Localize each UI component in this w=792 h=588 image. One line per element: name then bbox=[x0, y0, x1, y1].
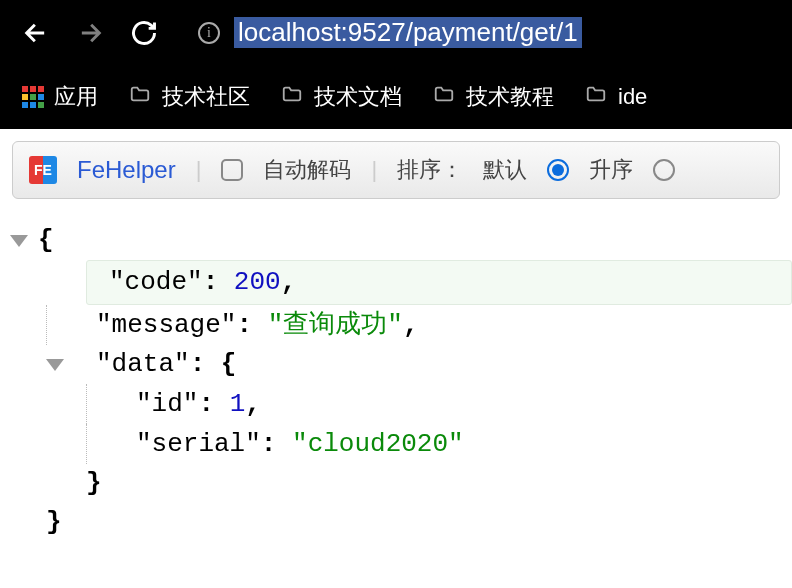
forward-button[interactable] bbox=[76, 19, 104, 47]
bookmark-label: ide bbox=[618, 84, 647, 110]
auto-decode-label: 自动解码 bbox=[263, 155, 351, 185]
url-bar[interactable]: i localhost:9527/payment/get/1 bbox=[184, 11, 770, 54]
sort-asc-radio[interactable] bbox=[653, 159, 675, 181]
bookmark-label: 技术教程 bbox=[466, 82, 554, 112]
json-property-data[interactable]: "data": { bbox=[74, 345, 236, 384]
collapse-caret[interactable] bbox=[10, 235, 28, 247]
json-property-message[interactable]: "message": "查询成功", bbox=[74, 306, 418, 345]
bookmark-folder-tech-tutorials[interactable]: 技术教程 bbox=[432, 82, 554, 112]
app-name: FeHelper bbox=[77, 156, 176, 184]
json-open-brace: { bbox=[38, 221, 54, 260]
fehelper-toolbar: FE FeHelper | 自动解码 | 排序： 默认 升序 bbox=[12, 141, 780, 199]
folder-icon bbox=[128, 83, 152, 111]
divider: | bbox=[196, 157, 202, 183]
folder-icon bbox=[584, 83, 608, 111]
reload-button[interactable] bbox=[130, 19, 158, 47]
json-close-brace: } bbox=[46, 503, 62, 542]
bookmark-folder-ide[interactable]: ide bbox=[584, 83, 647, 111]
back-button[interactable] bbox=[22, 19, 50, 47]
folder-icon bbox=[280, 83, 304, 111]
folder-icon bbox=[432, 83, 456, 111]
divider: | bbox=[371, 157, 377, 183]
json-viewer: { "code": 200, "message": "查询成功", "data"… bbox=[0, 211, 792, 542]
json-close-brace: } bbox=[86, 464, 102, 503]
bookmark-label: 技术文档 bbox=[314, 82, 402, 112]
json-property-code[interactable]: "code": 200, bbox=[86, 260, 792, 305]
url-text: localhost:9527/payment/get/1 bbox=[234, 17, 582, 48]
sort-label: 排序： bbox=[397, 155, 463, 185]
apps-button[interactable]: 应用 bbox=[22, 82, 98, 112]
bookmark-label: 技术社区 bbox=[162, 82, 250, 112]
json-property-id[interactable]: "id": 1, bbox=[114, 385, 261, 424]
sort-default-label: 默认 bbox=[483, 155, 527, 185]
apps-grid-icon bbox=[22, 86, 44, 108]
sort-asc-label: 升序 bbox=[589, 155, 633, 185]
bookmark-folder-tech-community[interactable]: 技术社区 bbox=[128, 82, 250, 112]
fehelper-logo-icon: FE bbox=[29, 156, 57, 184]
auto-decode-checkbox[interactable] bbox=[221, 159, 243, 181]
site-info-icon[interactable]: i bbox=[198, 22, 220, 44]
browser-nav-bar: i localhost:9527/payment/get/1 bbox=[0, 0, 792, 65]
bookmarks-bar: 应用 技术社区 技术文档 技术教程 ide bbox=[0, 65, 792, 129]
bookmark-folder-tech-docs[interactable]: 技术文档 bbox=[280, 82, 402, 112]
json-property-serial[interactable]: "serial": "cloud2020" bbox=[114, 425, 464, 464]
sort-default-radio[interactable] bbox=[547, 159, 569, 181]
apps-label: 应用 bbox=[54, 82, 98, 112]
collapse-caret[interactable] bbox=[46, 359, 64, 371]
